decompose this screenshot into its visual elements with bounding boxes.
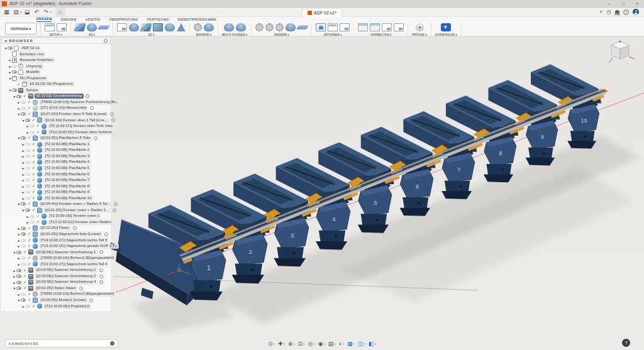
enabled-check-icon[interactable]: ✓ <box>27 100 31 104</box>
enabled-check-icon[interactable]: ✓ <box>27 292 31 297</box>
visibility-eye-icon[interactable] <box>16 269 21 272</box>
visibility-eye-icon[interactable] <box>30 215 35 218</box>
tree-row[interactable]: ▾✓[t0:32:02] Grundeinrichtung <box>3 93 111 99</box>
tree-row[interactable]: ▸Ursprung <box>3 63 111 70</box>
tree-row[interactable]: ▸✓[T2 (0:00:08)] Planfläche 4 <box>3 159 111 165</box>
tree-row[interactable]: ▾ADF 02 v1 <box>3 45 111 52</box>
delete-passes-icon[interactable] <box>265 23 274 31</box>
visibility-eye-icon[interactable] <box>25 149 30 152</box>
ribbon-group-label[interactable]: 2D ▾ <box>89 33 95 36</box>
tree-item-label[interactable]: NC-Programme <box>18 75 48 81</box>
visibility-eye-icon[interactable] <box>25 173 30 176</box>
tree-row[interactable]: ▸✓[(0:00:56)] Spanner Verschiebung 3 <box>3 273 111 280</box>
look-at-icon[interactable]: ◉▾ <box>318 340 325 347</box>
tree-row[interactable]: ▸✓[(0:01:29)] Sägeschnitt links [Linear] <box>3 231 111 238</box>
circular-milling-icon[interactable] <box>204 23 214 31</box>
ribbon-tab-fertigung[interactable]: FERTIGUNG <box>147 18 169 22</box>
notifications-icon[interactable] <box>615 10 619 14</box>
ribbon-group-label[interactable]: PRÜFEN ▾ <box>412 33 427 36</box>
enabled-check-icon[interactable]: ✓ <box>27 298 31 302</box>
enabled-check-icon[interactable]: ✓ <box>27 106 31 111</box>
ribbon-tab-additiv[interactable]: ADDITIV <box>85 18 100 22</box>
tree-row[interactable]: ▸✓[T2 (0:00:08)] Planfläche 6 <box>3 171 111 177</box>
tree-row[interactable]: ▾✓[(0:00:34)] Muster1 [Linear] <box>3 297 111 304</box>
visibility-eye-icon[interactable] <box>16 275 21 278</box>
visibility-eye-icon[interactable] <box>21 298 26 302</box>
tree-item-label[interactable]: [2T1 (0:01:14)] Messpunkte <box>39 106 88 111</box>
tree-item-label[interactable]: [(0:01:35)] Planflächen 5 Teile <box>39 136 92 141</box>
enabled-check-icon[interactable]: ✓ <box>31 190 36 194</box>
tree-row[interactable]: ▸Benannte Ansichten <box>3 57 111 63</box>
fertigen-workspace-button[interactable]: FERTIGEN ▾ <box>5 23 36 35</box>
steering-wheel-icon[interactable]: ⊙▾ <box>268 340 275 347</box>
tree-row[interactable]: Einheiten: mm <box>3 52 111 58</box>
setup-sheet-icon[interactable] <box>340 23 350 31</box>
tree-row[interactable]: ▾✓[(0:01:40)] Fenster oben 1 Teil [Line.… <box>3 118 111 124</box>
ribbon-tab-fräsen[interactable]: FRÄSEN <box>36 17 52 22</box>
visibility-eye-icon[interactable] <box>25 143 30 146</box>
browser-visibility-icon[interactable] <box>104 39 108 43</box>
home-tab[interactable]: ⌂ <box>55 8 65 16</box>
dropdown-caret-icon[interactable]: ▾ <box>20 10 22 14</box>
tree-row[interactable]: ▸✓[T2 (0:00:08)] Planfläche 5 <box>3 165 111 172</box>
enabled-check-icon[interactable]: ✓ <box>23 94 27 99</box>
visibility-eye-icon[interactable] <box>25 178 30 182</box>
tree-row[interactable]: ▸✓[T13 (0:00:22)] Fenster unten Radien <box>3 219 111 226</box>
enabled-check-icon[interactable]: ✓ <box>27 238 31 243</box>
dropdown-caret-icon[interactable]: ▾ <box>50 10 52 14</box>
enabled-check-icon[interactable]: ✓ <box>31 184 36 189</box>
tree-item-label[interactable]: [(0:01:29)] Sägeschnitt links [Linear] <box>39 231 103 237</box>
tree-item-label[interactable]: [T19 (0:00:17)] Sägeschnitt rechts Teil … <box>39 261 109 267</box>
dropdown-caret-icon[interactable]: ▾ <box>274 342 275 346</box>
contour-2d-icon[interactable] <box>97 25 110 30</box>
pan-icon[interactable]: ✚▾ <box>278 340 285 347</box>
effects-icon[interactable]: ◐▾ <box>339 340 345 347</box>
visibility-eye-icon[interactable] <box>25 190 30 194</box>
tree-item-label[interactable]: [T2 (0:00:08)] Planfläche 7 <box>43 178 91 183</box>
multiaxis-contour-icon[interactable] <box>236 23 246 31</box>
add-tab-icon[interactable]: + <box>599 9 602 15</box>
tree-row[interactable]: ▸✓[T2 (0:00:08)] Planfläche 7 <box>3 177 111 183</box>
data-panel-icon[interactable]: ▦ <box>3 8 11 16</box>
dropdown-caret-icon[interactable]: ▾ <box>324 342 325 346</box>
visibility-eye-icon[interactable] <box>30 124 35 128</box>
enabled-check-icon[interactable]: ✓ <box>31 196 36 200</box>
tree-row[interactable]: ▸✓[T19 (0:00:17)] Sägeschnitt rechts Tei… <box>3 261 111 268</box>
collapse-panel-icon[interactable]: ◂ <box>4 38 7 43</box>
tree-row[interactable]: ▾✓[(0:01:35)] Planflächen 5 Teile <box>3 135 111 141</box>
close-button[interactable]: × <box>630 0 644 7</box>
fit-icon[interactable]: ⊡▾ <box>298 340 305 347</box>
tree-row[interactable]: ▸✓[T2 (0:00:16)] Fenster unten 1 <box>3 213 111 219</box>
visibility-eye-icon[interactable] <box>21 232 26 236</box>
enabled-check-icon[interactable]: ✓ <box>23 268 27 273</box>
tree-item-label[interactable]: [(0:00:56)] Spanner Verschiebung 1 <box>35 249 97 255</box>
enabled-check-icon[interactable]: ✓ <box>31 208 36 212</box>
tree-row[interactable]: ▾✓[(0:07:24)] Fenster oben 5 Teile [Line… <box>3 111 111 118</box>
tree-item-label[interactable]: [(0:01:20)] Fenster unten + Radien 1... <box>43 207 111 213</box>
tree-row[interactable]: ▸✓[T2 (0:00:08)] Planfläche 8 <box>3 183 111 190</box>
visibility-eye-icon[interactable] <box>25 167 30 170</box>
tree-item-label[interactable]: [T2 (0:00:17)] Fenster oben Teil1 links <box>48 124 114 129</box>
visibility-eye-icon[interactable] <box>25 155 30 158</box>
visibility-eye-icon[interactable] <box>21 293 26 296</box>
template-library-icon[interactable] <box>382 23 392 31</box>
tree-item-label[interactable]: [T2 (0:00:08)] Planfläche 3 <box>43 153 91 159</box>
tree-row[interactable]: ▾✓[(0:01:20)] Fenster unten + Radien 1..… <box>3 207 111 214</box>
ribbon-group-label[interactable]: BOHREN ▾ <box>196 33 212 36</box>
tree-row[interactable]: ▸✓[T2 (0:00:08)] Planfläche 10 <box>3 195 111 202</box>
transform-icon[interactable] <box>296 25 309 30</box>
select-icon[interactable] <box>441 23 451 31</box>
visibility-eye-icon[interactable] <box>21 227 26 230</box>
enabled-check-icon[interactable]: ✓ <box>16 82 21 87</box>
dropdown-caret-icon[interactable]: ▾ <box>294 342 295 346</box>
tree-row[interactable]: ▸✓[75999 (0:00:16)] Bohren2 [Eilgangausf… <box>3 291 111 297</box>
steep-shallow-icon[interactable] <box>153 23 163 31</box>
enabled-check-icon[interactable]: ✓ <box>31 154 36 158</box>
visibility-eye-icon[interactable] <box>25 209 30 212</box>
tree-item-label[interactable]: Benannte Ansichten <box>18 58 55 63</box>
tree-item-label[interactable]: [(0:01:40)] Fenster oben 1 Teil [Line... <box>43 118 109 123</box>
ribbon-group-label[interactable]: SETUP ▾ <box>50 33 62 36</box>
tree-row[interactable]: ▸✓[T12 (0:00:06)] Projektion1 <box>3 304 111 310</box>
tree-item-label[interactable]: [T2 (0:00:08)] Planfläche 9 <box>43 190 91 195</box>
visibility-eye-icon[interactable] <box>25 119 30 122</box>
